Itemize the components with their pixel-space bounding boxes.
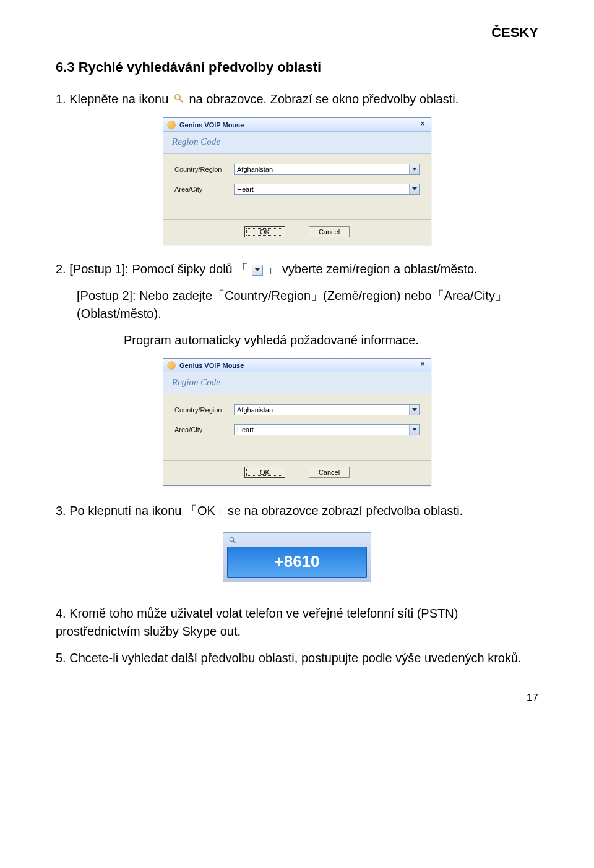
instruction-5: 5. Chcete-li vyhledat další předvolbu ob… — [56, 649, 538, 667]
instruction-1: 1. Klepněte na ikonu na obrazovce. Zobra… — [56, 90, 538, 109]
ok-button[interactable]: OK — [244, 226, 285, 237]
text: 2. [Postup 1]: Pomocí šipky dolů — [56, 262, 236, 276]
dialog-body: Country/Region Area/City — [163, 394, 431, 460]
dialog-titlebar: Genius VOIP Mouse × — [163, 359, 431, 372]
region-code-dialog: Genius VOIP Mouse × Region Code Country/… — [163, 117, 431, 245]
quote-open: 「 — [236, 262, 248, 276]
country-region-row: Country/Region — [174, 404, 420, 415]
region-code-dialog: Genius VOIP Mouse × Region Code Country/… — [163, 358, 431, 486]
country-region-combo[interactable] — [234, 164, 420, 175]
cancel-button[interactable]: Cancel — [309, 226, 350, 237]
svg-line-8 — [233, 541, 235, 543]
dialog-title: Genius VOIP Mouse — [179, 362, 244, 369]
app-icon — [167, 361, 176, 370]
area-city-input[interactable] — [235, 184, 409, 194]
close-icon[interactable]: × — [418, 361, 427, 369]
phone-number-display: +8610 — [227, 547, 367, 578]
dialog-footer: OK Cancel — [163, 460, 431, 485]
svg-line-1 — [179, 100, 183, 103]
text: 1. Klepněte na ikonu — [56, 92, 172, 106]
area-city-combo[interactable] — [234, 184, 420, 195]
svg-marker-2 — [412, 168, 417, 171]
instruction-2c: Program automaticky vyhledá požadované i… — [56, 331, 538, 349]
phone-toolbar — [227, 537, 367, 547]
instruction-2: 2. [Postup 1]: Pomocí šipky dolů 「 」 vyb… — [56, 260, 538, 278]
area-city-input[interactable] — [235, 425, 409, 435]
section-title: 6.3 Rychlé vyhledávání předvolby oblasti — [56, 59, 538, 75]
app-icon — [167, 121, 176, 129]
page-number: 17 — [56, 692, 538, 704]
country-region-input[interactable] — [235, 164, 409, 174]
instruction-4: 4. Kromě toho může uživatel volat telefo… — [56, 605, 538, 640]
area-city-row: Area/City — [174, 424, 420, 435]
svg-marker-4 — [255, 268, 260, 271]
chevron-down-icon[interactable] — [409, 425, 419, 435]
phone-display-widget: +8610 — [56, 532, 538, 582]
dialog-titlebar: Genius VOIP Mouse × — [163, 118, 431, 132]
chevron-down-icon[interactable] — [409, 184, 419, 194]
magnifier-icon[interactable] — [228, 534, 237, 548]
cancel-button[interactable]: Cancel — [309, 467, 350, 478]
dialog-subtitle: Region Code — [163, 372, 431, 394]
text: vyberte zemi/region a oblast/město. — [282, 262, 478, 276]
area-city-label: Area/City — [174, 185, 234, 193]
svg-marker-3 — [412, 187, 417, 190]
dropdown-chip-icon — [252, 265, 263, 276]
text: na obrazovce. Zobrazí se okno předvolby … — [189, 92, 458, 106]
phone-box: +8610 — [223, 532, 371, 582]
dialog-footer: OK Cancel — [163, 219, 431, 245]
instruction-3: 3. Po klepnutí na ikonu 「OK」se na obrazo… — [56, 502, 538, 520]
country-region-label: Country/Region — [174, 166, 234, 173]
area-city-row: Area/City — [174, 184, 420, 195]
close-icon[interactable]: × — [418, 121, 427, 129]
dialog-body: Country/Region Area/City — [163, 154, 431, 219]
language-header: ČESKY — [56, 25, 538, 41]
dialog-subtitle: Region Code — [163, 132, 431, 154]
country-region-input[interactable] — [235, 405, 409, 415]
country-region-row: Country/Region — [174, 164, 420, 175]
area-city-combo[interactable] — [234, 424, 420, 435]
country-region-label: Country/Region — [174, 406, 234, 414]
chevron-down-icon[interactable] — [409, 164, 419, 174]
ok-button[interactable]: OK — [244, 467, 285, 478]
country-region-combo[interactable] — [234, 404, 420, 415]
area-city-label: Area/City — [174, 426, 234, 433]
magnifier-icon — [173, 93, 188, 106]
instruction-2b: [Postup 2]: Nebo zadejte「Country/Region」… — [56, 287, 538, 323]
svg-marker-6 — [412, 428, 417, 431]
dialog-title: Genius VOIP Mouse — [179, 121, 244, 129]
chevron-down-icon[interactable] — [409, 405, 419, 415]
svg-marker-5 — [412, 408, 417, 411]
quote-close: 」 — [266, 262, 278, 276]
